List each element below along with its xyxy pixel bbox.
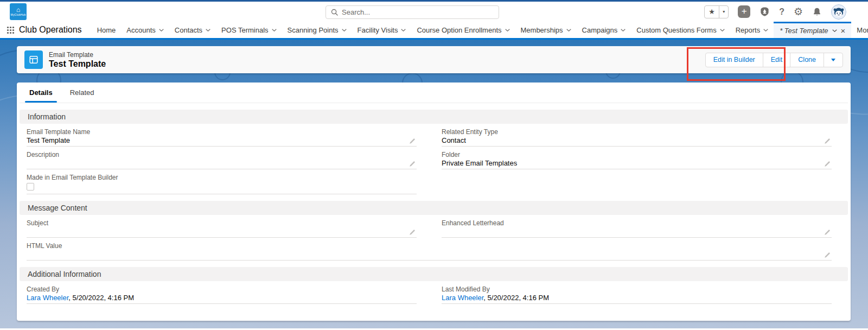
- edit-pencil-icon[interactable]: [824, 229, 832, 236]
- edit-pencil-icon[interactable]: [824, 161, 832, 167]
- field-label: Enhanced Letterhead: [442, 215, 832, 227]
- field-label: Last Modified By: [442, 281, 832, 293]
- plus-icon: +: [742, 6, 747, 16]
- edit-in-builder-button[interactable]: Edit in Builder: [705, 53, 763, 67]
- record-highlights-card: Email Template Test Template Edit in Bui…: [17, 46, 851, 73]
- close-icon[interactable]: ×: [841, 27, 846, 34]
- edit-button[interactable]: Edit: [763, 53, 791, 67]
- record-title: Test Template: [49, 59, 106, 69]
- chevron-down-icon: [401, 29, 406, 31]
- caret-down-icon: ▾: [723, 9, 725, 14]
- chevron-down-icon: [763, 29, 768, 31]
- global-header: ⌂ MyClubHub ★ ▾ + ? ⚙: [0, 2, 868, 22]
- nav-item-home[interactable]: Home: [92, 22, 122, 38]
- help-button[interactable]: ?: [779, 7, 784, 17]
- nav-item-course-option-enrollments[interactable]: Course Option Enrollments: [411, 22, 515, 38]
- field-label: Folder: [442, 147, 832, 158]
- nav-item-memberships[interactable]: Memberships: [515, 22, 577, 38]
- last-modified-by-user-link[interactable]: Lara Wheeler: [442, 294, 483, 302]
- created-by-user-link[interactable]: Lara Wheeler: [27, 294, 68, 302]
- notifications-button[interactable]: [812, 7, 822, 17]
- field-value-text: Lara Wheeler, 5/20/2022, 4:16 PM: [442, 294, 549, 302]
- nav-item-contacts[interactable]: Contacts: [169, 22, 216, 38]
- global-search[interactable]: [326, 5, 499, 19]
- edit-pencil-icon[interactable]: [409, 138, 417, 144]
- last-modified-by-timestamp: , 5/20/2022, 4:16 PM: [483, 294, 549, 302]
- nav-item-custom-questions-forms[interactable]: Custom Questions Forms: [631, 22, 730, 38]
- nav-item-scanning-points[interactable]: Scanning Points: [282, 22, 352, 38]
- chevron-down-icon: [342, 29, 347, 31]
- record-action-buttons: Edit in Builder Edit Clone: [705, 53, 843, 67]
- field-label: Created By: [27, 281, 417, 293]
- information-fields: Email Template Name Test Template Relate…: [20, 124, 848, 194]
- tab-details[interactable]: Details: [21, 82, 61, 103]
- more-label: More: [857, 26, 868, 34]
- avatar-astro-icon: [831, 4, 846, 20]
- clone-button[interactable]: Clone: [790, 53, 824, 67]
- guidance-icon: [760, 7, 770, 17]
- nav-item-label: Custom Questions Forms: [636, 26, 716, 34]
- chevron-down-icon: [621, 29, 626, 31]
- nav-item-pos-terminals[interactable]: POS Terminals: [216, 22, 282, 38]
- more-actions-dropdown-button[interactable]: [824, 53, 843, 67]
- field-enhanced-letterhead: Enhanced Letterhead: [442, 215, 832, 238]
- chevron-down-icon: [720, 29, 725, 31]
- search-input[interactable]: [342, 8, 494, 16]
- field-subject: Subject: [27, 215, 417, 238]
- field-value: [27, 250, 832, 261]
- edit-pencil-icon[interactable]: [409, 161, 417, 167]
- edit-pencil-icon[interactable]: [824, 252, 832, 258]
- additional-information-fields: Created By Lara Wheeler, 5/20/2022, 4:16…: [20, 281, 848, 304]
- global-actions-button[interactable]: +: [738, 5, 750, 18]
- nav-item-label: Contacts: [175, 26, 202, 34]
- nav-more-button[interactable]: More ▾: [851, 22, 868, 38]
- field-value: Private Email Templates: [442, 158, 832, 169]
- created-by-timestamp: , 5/20/2022, 4:16 PM: [68, 294, 134, 302]
- chevron-down-icon: [159, 29, 164, 31]
- page-canvas: Email Template Test Template Edit in Bui…: [0, 40, 868, 328]
- field-label: Description: [27, 147, 417, 158]
- made-in-builder-checkbox[interactable]: [27, 183, 34, 191]
- record-identity: Email Template Test Template: [49, 51, 106, 69]
- favorites-dropdown-button[interactable]: ▾: [719, 6, 728, 18]
- field-value: [27, 227, 417, 238]
- field-last-modified-by: Last Modified By Lara Wheeler, 5/20/2022…: [442, 281, 832, 304]
- nav-tab-test-template[interactable]: * Test Template ×: [774, 22, 851, 38]
- email-template-object-icon: [24, 50, 43, 69]
- nav-item-campaigns[interactable]: Campaigns: [577, 22, 631, 38]
- field-label: Related Entity Type: [442, 124, 832, 136]
- edit-pencil-icon[interactable]: [409, 229, 417, 236]
- field-value: Lara Wheeler, 5/20/2022, 4:16 PM: [27, 293, 417, 304]
- tab-related[interactable]: Related: [61, 82, 103, 103]
- nav-item-label: Memberships: [521, 26, 563, 34]
- chevron-down-icon: [566, 29, 571, 31]
- field-html-value: HTML Value: [27, 238, 832, 261]
- gear-icon: ⚙: [794, 6, 803, 17]
- nav-item-label: Accounts: [126, 26, 155, 34]
- search-icon: [331, 9, 338, 16]
- user-avatar[interactable]: [831, 4, 846, 20]
- edit-pencil-icon[interactable]: [824, 138, 832, 144]
- field-value-text: Test Template: [27, 136, 70, 144]
- favorite-star-button[interactable]: ★: [705, 6, 719, 18]
- nav-item-label: Reports: [736, 26, 761, 34]
- empty-cell: [442, 169, 832, 194]
- guidance-center-button[interactable]: [760, 7, 770, 17]
- app-launcher-button[interactable]: [7, 22, 15, 38]
- org-logo-text: MyClubHub: [11, 13, 26, 16]
- waffle-grid-icon: [7, 26, 15, 34]
- field-made-in-email-template-builder: Made in Email Template Builder: [27, 169, 417, 194]
- nav-item-label: Course Option Enrollments: [417, 26, 501, 34]
- field-description: Description: [27, 147, 417, 169]
- field-email-template-name: Email Template Name Test Template: [27, 124, 417, 147]
- nav-item-facility-visits[interactable]: Facility Visits: [352, 22, 412, 38]
- chevron-down-icon: [505, 29, 510, 31]
- nav-item-label: Facility Visits: [358, 26, 398, 34]
- setup-button[interactable]: ⚙: [794, 7, 803, 17]
- nav-item-accounts[interactable]: Accounts: [121, 22, 169, 38]
- field-value: Test Template: [27, 136, 417, 147]
- field-value: Lara Wheeler, 5/20/2022, 4:16 PM: [442, 293, 832, 304]
- nav-item-reports[interactable]: Reports: [730, 22, 774, 38]
- field-value: Contact: [442, 136, 832, 147]
- record-entity-label: Email Template: [49, 51, 106, 59]
